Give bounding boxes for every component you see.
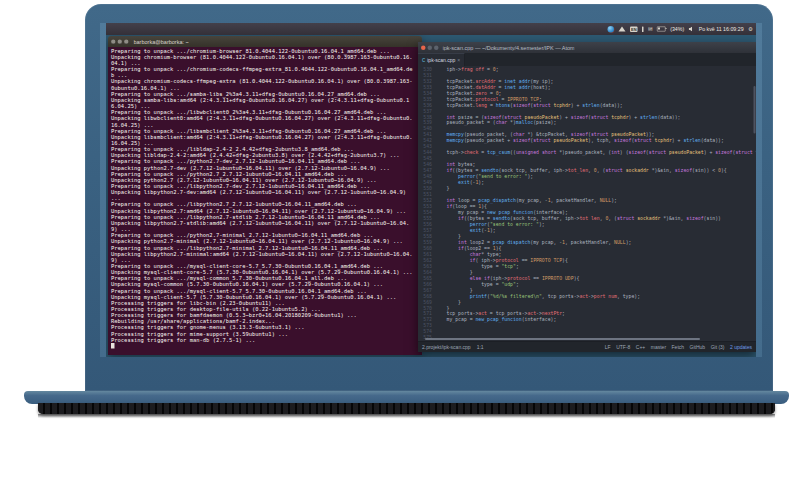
c-language-icon: C <box>422 58 425 63</box>
atom-window[interactable]: ipk-scan.cpp — ~/Dokumenty/4.semester/IP… <box>418 42 756 352</box>
terminal-titlebar[interactable]: barborka@barborka: ~ <box>108 36 422 47</box>
status-right: LFUTF-8C++masterFetchGitHubGit (3)2 upda… <box>605 344 752 350</box>
status-item-c-[interactable]: C++ <box>636 344 645 350</box>
status-item-git-3-[interactable]: Git (3) <box>711 344 725 350</box>
terminal-close-button[interactable] <box>111 39 116 44</box>
app-indicator-icon[interactable] <box>608 26 615 33</box>
terminal-title: barborka@barborka: ~ <box>134 39 189 45</box>
screen-bezel-right <box>756 23 762 357</box>
terminal-window[interactable]: barborka@barborka: ~ Preparing to unpack… <box>108 36 422 355</box>
horizontal-scrollbar[interactable] <box>425 338 700 340</box>
volume-icon[interactable] <box>689 27 695 32</box>
tab-close-icon[interactable]: × <box>457 57 460 63</box>
vertical-scrollbar[interactable] <box>754 86 756 134</box>
laptop-screen: EN ✉ (34%) Po kvě 11 16:09:29 ⚙ barborka… <box>106 23 756 357</box>
status-item-fetch[interactable]: Fetch <box>672 344 685 350</box>
terminal-body[interactable]: Preparing to unpack .../chromium-browser… <box>108 47 422 355</box>
status-item-lf[interactable]: LF <box>605 344 611 350</box>
status-item-github[interactable]: GitHub <box>690 344 706 350</box>
status-file-path[interactable]: 2.projekt/ipk-scan.cpp <box>422 344 471 350</box>
battery-icon[interactable] <box>657 27 666 32</box>
laptop-mockup: EN ✉ (34%) Po kvě 11 16:09:29 ⚙ barborka… <box>0 0 800 477</box>
bluetooth-icon[interactable] <box>642 26 644 32</box>
atom-status-bar: 2.projekt/ipk-scan.cpp 1:1 LFUTF-8C++mas… <box>418 341 756 352</box>
atom-close-button[interactable] <box>421 45 426 50</box>
status-item-utf-8[interactable]: UTF-8 <box>616 344 630 350</box>
status-item-2-updates[interactable]: 2 updates <box>730 344 752 350</box>
keyboard-layout-indicator[interactable]: EN <box>630 26 638 32</box>
atom-minimize-button[interactable] <box>428 45 433 50</box>
clock[interactable]: Po kvě 11 16:09:29 <box>699 26 744 32</box>
system-top-panel: EN ✉ (34%) Po kvě 11 16:09:29 ⚙ <box>106 23 756 35</box>
terminal-minimize-button[interactable] <box>118 39 123 44</box>
atom-tab-bar: C ipk-scan.cpp × <box>418 53 756 66</box>
code-editor[interactable]: 530 iph->frag_off = 0;531532 tcpPacket.s… <box>418 66 756 341</box>
atom-window-title: ipk-scan.cpp — ~/Dokumenty/4.semester/IP… <box>443 45 575 51</box>
editor-code-lines: 530 iph->frag_off = 0;531532 tcpPacket.s… <box>418 66 756 341</box>
battery-percent[interactable]: (34%) <box>670 26 684 32</box>
atom-titlebar[interactable]: ipk-scan.cpp — ~/Dokumenty/4.semester/IP… <box>418 42 756 53</box>
desktop: EN ✉ (34%) Po kvě 11 16:09:29 ⚙ barborka… <box>106 23 756 357</box>
mail-icon[interactable]: ✉ <box>648 26 653 32</box>
terminal-maximize-button[interactable] <box>124 39 129 44</box>
terminal-cursor <box>111 343 114 349</box>
laptop-keyboard-edge <box>38 403 775 414</box>
wifi-icon[interactable] <box>619 27 626 32</box>
tab-ipk-scan-cpp[interactable]: C ipk-scan.cpp × <box>418 54 465 67</box>
session-gear-icon[interactable]: ⚙ <box>748 26 753 32</box>
tab-label: ipk-scan.cpp <box>427 57 455 63</box>
status-item-master[interactable]: master <box>651 344 666 350</box>
terminal-output: Preparing to unpack .../chromium-browser… <box>108 47 414 349</box>
laptop-shadow <box>38 414 775 418</box>
status-cursor-position[interactable]: 1:1 <box>477 344 484 350</box>
atom-maximize-button[interactable] <box>434 45 439 50</box>
